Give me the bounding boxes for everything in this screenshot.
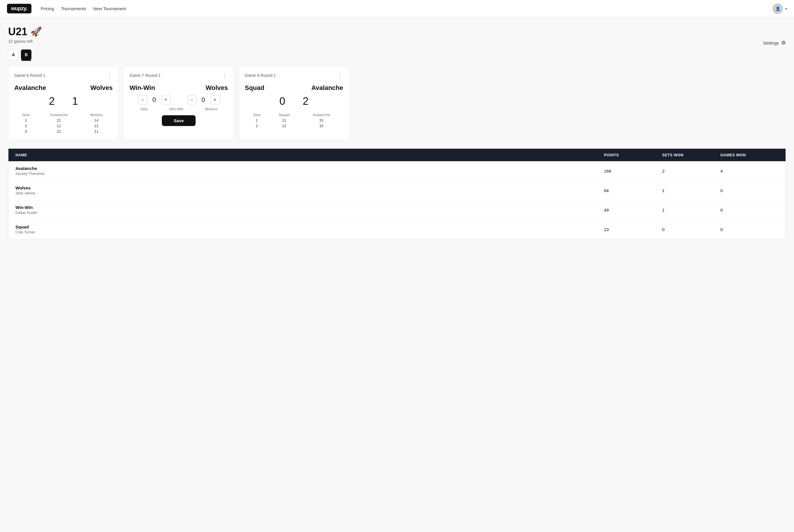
decrement-team2-7[interactable]: − (187, 95, 196, 104)
set-t1: 21 (38, 118, 80, 123)
lb-games-won: 0 (720, 185, 779, 195)
lb-team-name: Wolves (15, 185, 604, 190)
card-title-7: Game 7 Round 1 (130, 73, 160, 78)
lb-team-name: Squad (15, 224, 604, 229)
team1-name-6: Avalanche (14, 84, 46, 92)
chevron-down-icon[interactable]: ▾ (785, 7, 787, 11)
set-num: 2 (245, 123, 269, 129)
score-val-team2-7: 0 (200, 96, 207, 103)
nav-tournaments[interactable]: Tournaments (61, 6, 87, 11)
leaderboard: NAME POINTS SETS WON GAMES WON Avalanche… (8, 148, 786, 239)
lb-team-info: Win-Win Dallas Austin (15, 205, 604, 215)
team2-name-6: Wolves (90, 84, 113, 92)
card-menu-6[interactable]: ⋮ (107, 72, 113, 79)
card-title-6: Game 6 Round 1 (14, 73, 45, 78)
team1-name-7: Win-Win (130, 84, 155, 92)
set-num: 1 (14, 118, 38, 123)
score1-9: 0 (279, 95, 285, 108)
lb-sets-won: 1 (662, 185, 720, 195)
lb-team-info: Wolves Jack James (15, 185, 604, 195)
games-left: 15 games left (8, 39, 786, 44)
title-emoji: 🚀 (30, 26, 42, 37)
page-title-row: U21 🚀 (8, 25, 786, 38)
lb-manager-name: Dallas Austin (15, 210, 604, 215)
t2-col-label-7: Wolves (205, 107, 217, 111)
tab-a[interactable]: A (8, 50, 19, 60)
save-button-7[interactable]: Save (162, 115, 195, 126)
lb-games-won: 0 (720, 205, 779, 215)
nav-right: 👤 ▾ (773, 3, 787, 14)
set-t1: 11 (269, 118, 300, 123)
card-menu-7[interactable]: ⋮ (222, 72, 228, 79)
game-card-9: Game 9 Round 1 ⋮ Squad Avalanche 0 2 Set… (239, 66, 349, 140)
teams-row-9: Squad Avalanche (245, 84, 343, 92)
lb-team-name: Avalanche (15, 166, 604, 171)
set-t2: 11 (80, 129, 113, 134)
lb-sets-won: 1 (662, 205, 720, 215)
lb-col-games: GAMES WON (720, 153, 779, 157)
sets-table-6: Sets Avalanche Wolves 121142112132111 (14, 112, 113, 134)
set-t1: 12 (269, 123, 300, 129)
lb-team-info: Avalanche Jacoby Theodore (15, 166, 604, 176)
lb-col-points: POINTS (604, 153, 662, 157)
score-val-team1-7: 0 (151, 96, 158, 103)
col-t2-6: Wolves (80, 112, 113, 118)
team2-name-7: Wolves (206, 84, 228, 92)
lb-points: 23 (604, 224, 662, 234)
nav-pricing[interactable]: Pricing (41, 6, 54, 11)
score2-6: 1 (72, 95, 78, 108)
set-t2: 14 (80, 118, 113, 123)
lb-sets-won: 2 (662, 166, 720, 176)
col-set-9: Sets (245, 112, 269, 118)
set-num: 2 (14, 123, 38, 129)
set-t2: 15 (300, 118, 343, 123)
col-t2-9: Avalanche (300, 112, 343, 118)
col-t1-6: Avalanche (38, 112, 80, 118)
lb-games-won: 0 (720, 224, 779, 234)
col-t1-9: Squad (269, 112, 300, 118)
lb-body: Avalanche Jacoby Theodore 168 2 4 Wolves… (8, 161, 786, 239)
cards-row: Game 6 Round 1 ⋮ Avalanche Wolves 2 1 Se… (8, 66, 786, 141)
card-title-9: Game 9 Round 1 (245, 73, 276, 78)
settings-icon[interactable]: ⚙ (781, 40, 786, 46)
scores-row-9: 0 2 (245, 95, 343, 108)
lb-col-name: NAME (15, 153, 604, 157)
score-ctrl-team1-7: − 0 + (138, 95, 171, 104)
lb-games-won: 4 (720, 166, 779, 176)
card-header-7: Game 7 Round 1 ⋮ (130, 72, 228, 79)
set-num: 1 (245, 118, 269, 123)
lb-row: Win-Win Dallas Austin 49 1 0 (8, 200, 786, 220)
game-card-6: Game 6 Round 1 ⋮ Avalanche Wolves 2 1 Se… (8, 66, 119, 140)
sets-table-9: Sets Squad Avalanche 1111521215 (245, 112, 343, 129)
score-input-row-7: − 0 + − 0 + (130, 95, 228, 104)
nav-new-tournament[interactable]: New Tournament (93, 6, 126, 11)
settings-row: Settings ⚙ (763, 40, 786, 46)
page-title: U21 (8, 25, 27, 38)
lb-sets-won: 0 (662, 224, 720, 234)
team1-name-9: Squad (245, 84, 264, 92)
card-header-9: Game 9 Round 1 ⋮ (245, 72, 343, 79)
set-num: 3 (14, 129, 38, 134)
tabs: A B (8, 50, 786, 60)
lb-points: 49 (604, 205, 662, 215)
logo[interactable]: wupzy. (7, 4, 32, 13)
score2-9: 2 (303, 95, 308, 108)
nav-links: Pricing Tournaments New Tournament (41, 6, 126, 11)
increment-team2-7[interactable]: + (210, 95, 220, 104)
card-menu-9[interactable]: ⋮ (337, 72, 343, 79)
set-t1: 11 (38, 123, 80, 129)
decrement-team1-7[interactable]: − (138, 95, 147, 104)
avatar[interactable]: 👤 (773, 3, 783, 14)
settings-label: Settings (763, 40, 779, 45)
set-t2: 21 (80, 123, 113, 129)
lb-row: Squad Cole Turner 23 0 0 (8, 220, 786, 239)
tab-b[interactable]: B (21, 50, 32, 60)
sets-label-row-7: Sets Win-Win Wolves (130, 107, 228, 111)
set-t1: 21 (38, 129, 80, 134)
lb-points: 84 (604, 185, 662, 195)
increment-team1-7[interactable]: + (161, 95, 171, 104)
t1-col-label-7: Win-Win (169, 107, 183, 111)
lb-manager-name: Jacoby Theodore (15, 171, 604, 176)
score-ctrl-team2-7: − 0 + (187, 95, 220, 104)
teams-row-7: Win-Win Wolves (130, 84, 228, 92)
